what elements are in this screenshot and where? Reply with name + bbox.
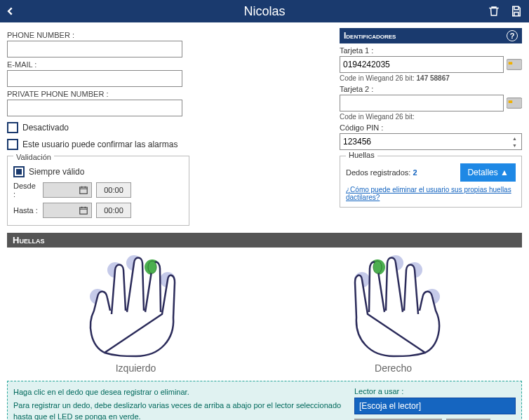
svg-point-6 — [148, 261, 156, 273]
confirm-alarms-label: Este usuario puede confirmar las alarmas — [22, 140, 178, 149]
svg-rect-1 — [80, 208, 88, 214]
tarjeta1-hint: Code in Wiegand 26 bit: 147 58867 — [340, 74, 522, 82]
page-title: Nicolas — [0, 4, 529, 19]
tarjeta1-input[interactable] — [340, 56, 504, 73]
instruction-line1: Haga clic en el dedo que desea registrar… — [13, 387, 347, 398]
deactivated-checkbox[interactable] — [7, 122, 18, 133]
instruction-line2: Para registrar un dedo, debe deslizarlo … — [13, 400, 347, 420]
help-icon[interactable]: ? — [507, 30, 518, 41]
top-bar: Nicolas — [0, 0, 529, 22]
validation-fieldset: Validación Siempre válido Desde : 00:00 … — [7, 156, 189, 226]
validation-legend: Validación — [13, 153, 54, 161]
from-label: Desde : — [13, 182, 39, 198]
identifiers-header: Identificadores ? — [340, 28, 522, 43]
tarjeta2-hint: Code in Wiegand 26 bit: — [340, 113, 522, 121]
private-phone-input[interactable] — [7, 100, 182, 116]
always-valid-label: Siempre válido — [29, 167, 84, 177]
delete-button[interactable] — [484, 1, 504, 21]
registered-fingers-text: Dedos registrados: 2 — [346, 168, 417, 177]
tarjeta2-input[interactable] — [340, 95, 504, 111]
calendar-icon — [79, 205, 88, 215]
card-icon[interactable] — [507, 59, 522, 70]
right-column: Identificadores ? Tarjeta 1 : Code in Wi… — [340, 28, 522, 226]
confirm-alarms-checkbox[interactable] — [7, 139, 18, 150]
pin-label: Código PIN : — [340, 123, 522, 132]
left-column: PHONE NUMBER : E-MAIL : PRIVATE PHONE NU… — [7, 28, 334, 226]
phone-input[interactable] — [7, 41, 182, 57]
svg-point-7 — [373, 261, 382, 273]
to-date-input[interactable] — [43, 203, 92, 218]
svg-rect-0 — [80, 187, 88, 194]
chevron-left-icon — [6, 6, 15, 16]
tarjeta2-label: Tarjeta 2 : — [340, 85, 522, 93]
pin-stepper[interactable]: ▲▼ — [512, 135, 521, 149]
from-time-input[interactable]: 00:00 — [96, 182, 131, 198]
left-hand — [69, 255, 203, 360]
identifiers-title: Identificadores — [344, 31, 396, 41]
email-label: E-MAIL : — [7, 60, 334, 69]
fingerprints-section-header: Huellas — [7, 233, 522, 248]
fingerprints-legend: Huellas — [346, 151, 377, 159]
tarjeta1-label: Tarjeta 1 : — [340, 46, 522, 55]
reader-label: Lector a usar : — [354, 387, 516, 395]
instructions-box: Haga clic en el dedo que desea registrar… — [7, 381, 522, 420]
private-phone-label: PRIVATE PHONE NUMBER : — [7, 90, 334, 98]
back-button[interactable] — [0, 1, 21, 22]
details-button[interactable]: Detalles ▲ — [460, 163, 516, 182]
email-input[interactable] — [7, 70, 182, 87]
right-hand-label: Derecho — [375, 363, 412, 374]
trash-icon — [488, 5, 500, 18]
pin-input[interactable] — [340, 133, 522, 150]
from-date-input[interactable] — [43, 182, 92, 198]
to-label: Hasta : — [13, 206, 39, 215]
fingerprints-panel: Huellas Dedos registrados: 2 Detalles ▲ … — [340, 156, 522, 208]
deactivated-label: Desactivado — [22, 123, 69, 133]
save-icon — [510, 5, 523, 18]
to-time-input[interactable]: 00:00 — [96, 203, 131, 218]
svg-rect-5 — [509, 100, 513, 103]
save-button[interactable] — [507, 1, 526, 21]
svg-rect-3 — [509, 62, 513, 65]
remove-own-prints-link[interactable]: ¿Cómo puede eliminar el usuario sus prop… — [346, 186, 516, 201]
left-hand-label: Izquierdo — [116, 363, 156, 374]
phone-label: PHONE NUMBER : — [7, 31, 334, 39]
calendar-icon — [79, 185, 88, 195]
card-icon[interactable] — [507, 97, 522, 109]
always-valid-checkbox[interactable] — [13, 166, 25, 177]
reader-select[interactable]: [Escoja el lector] — [354, 398, 516, 414]
right-hand — [327, 255, 460, 360]
hands-area: Izquierdo Derecho — [7, 248, 522, 381]
